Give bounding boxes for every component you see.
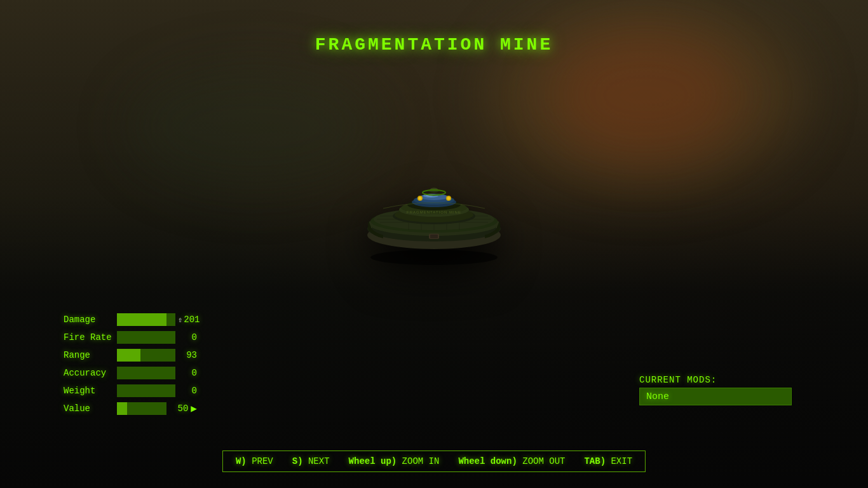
control-action-0: PREV: [252, 456, 273, 466]
stat-number-2: 93: [186, 350, 197, 360]
stat-arrow-icon: ▶: [191, 402, 197, 415]
stat-label-5: Value: [64, 403, 114, 414]
stat-bar-4: [117, 384, 175, 397]
control-action-3: ZOOM OUT: [522, 456, 565, 466]
stat-bar-fill-2: [117, 349, 140, 362]
stat-value-2: 93: [178, 350, 197, 360]
svg-point-0: [370, 250, 498, 265]
svg-point-30: [447, 197, 451, 200]
stat-row-fire-rate: Fire Rate0: [64, 329, 197, 346]
stat-label-1: Fire Rate: [64, 332, 114, 342]
svg-point-28: [419, 197, 422, 200]
stat-value-3: 0: [178, 368, 197, 378]
mods-value-box: None: [639, 388, 792, 405]
controls-bar: W) PREVS) NEXTWheel up) ZOOM INWheel dow…: [222, 451, 646, 472]
control-key-3: Wheel down): [458, 456, 522, 466]
stat-value-1: 0: [178, 332, 197, 342]
svg-rect-34: [430, 234, 438, 238]
control-key-4: TAB): [584, 456, 611, 466]
item-title: FRAGMENTATION MINE: [315, 35, 553, 55]
control-item-4[interactable]: TAB) EXIT: [584, 456, 632, 466]
item-model: FRAGMENTATION MINE: [339, 146, 529, 273]
stat-label-3: Accuracy: [64, 368, 114, 378]
mods-panel: CURRENT MODS: None: [639, 375, 792, 405]
stats-panel: Damage⇧201Fire Rate0Range93Accuracy0Weig…: [64, 311, 197, 418]
stat-bar-3: [117, 367, 175, 379]
stat-label-0: Damage: [64, 315, 114, 325]
stat-value-0: ⇧201: [178, 315, 197, 325]
control-item-2[interactable]: Wheel up) ZOOM IN: [349, 456, 440, 466]
control-key-0: W): [236, 456, 252, 466]
control-item-0[interactable]: W) PREV: [236, 456, 273, 466]
control-item-3[interactable]: Wheel down) ZOOM OUT: [458, 456, 565, 466]
stat-number-3: 0: [192, 368, 197, 378]
mods-value: None: [646, 391, 669, 402]
stat-bar-0: [117, 313, 175, 326]
stat-bar-2: [117, 349, 175, 362]
stat-label-4: Weight: [64, 386, 114, 396]
control-key-1: S): [292, 456, 308, 466]
control-action-4: EXIT: [611, 456, 632, 466]
stat-number-0: 201: [184, 315, 200, 325]
svg-text:FRAGMENTATION MINE: FRAGMENTATION MINE: [407, 210, 461, 214]
control-key-2: Wheel up): [349, 456, 402, 466]
stat-row-accuracy: Accuracy0: [64, 365, 197, 381]
stat-label-2: Range: [64, 350, 114, 360]
stat-value-5: 50: [169, 403, 188, 414]
stat-bar-1: [117, 331, 175, 344]
stat-number-1: 0: [192, 332, 197, 342]
bg-blob-2: [550, 32, 741, 159]
stat-value-4: 0: [178, 386, 197, 396]
mods-label: CURRENT MODS:: [639, 375, 792, 385]
stat-row-damage: Damage⇧201: [64, 311, 197, 328]
stat-number-4: 0: [192, 386, 197, 396]
stat-row-value: Value50▶: [64, 400, 197, 417]
stat-row-range: Range93: [64, 347, 197, 363]
stat-bar-5: [117, 402, 166, 415]
stat-special-icon: ⇧: [178, 316, 182, 325]
stat-number-5: 50: [178, 403, 189, 414]
stat-row-weight: Weight0: [64, 383, 197, 399]
control-action-1: NEXT: [308, 456, 330, 466]
control-action-2: ZOOM IN: [402, 456, 440, 466]
stat-bar-fill-0: [117, 313, 166, 326]
mine-svg: FRAGMENTATION MINE: [345, 152, 523, 267]
control-item-1[interactable]: S) NEXT: [292, 456, 330, 466]
stat-bar-fill-5: [117, 402, 127, 415]
